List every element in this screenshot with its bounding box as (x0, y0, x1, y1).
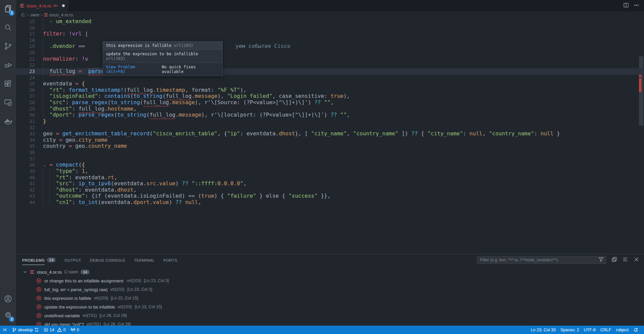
line-number: 21 (16, 56, 35, 62)
encoding-setting[interactable]: UTF-8 (581, 326, 598, 334)
code-line-42[interactable]: 42 "dhost": eventdata.dhost, (16, 187, 644, 193)
code-line-29[interactable]: 29 "dhost": full_log.hostname, (16, 106, 644, 112)
problem-row[interactable]: full_log, err = parse_syslog(.raw) vrl(1… (16, 285, 644, 294)
warning-icon (57, 327, 62, 332)
code-line-43[interactable]: 43 "outcome": {if (eventdata.isLoginFail… (16, 193, 644, 199)
remote-indicator[interactable] (0, 326, 10, 334)
funnel-icon[interactable] (598, 257, 604, 263)
code-line-16[interactable]: 16 (16, 25, 644, 31)
split-editor-icon[interactable] (623, 2, 629, 9)
line-number: 39 (16, 168, 35, 175)
explorer-badge: 1 (9, 10, 14, 16)
view-as-table-icon[interactable] (611, 257, 617, 264)
line-number: 16 (16, 25, 35, 31)
remote-icon (2, 327, 7, 332)
problem-location: [Ln 23, Col 15] (135, 305, 162, 309)
close-icon[interactable] (634, 257, 639, 264)
breadcrumb-file[interactable]: cisco_4.nr.ro (49, 13, 73, 17)
problem-row[interactable]: update the expression to be infallible v… (16, 303, 644, 311)
sync-icon (34, 327, 39, 332)
editor-code[interactable]: this expression is fallible vrl(103) upd… (16, 18, 644, 254)
problem-row[interactable]: this expression is fallible vrl(103) [Ln… (16, 294, 644, 303)
problem-source: vrl(103) (94, 296, 108, 300)
tab-error-count: 9+ (54, 4, 58, 8)
sidebar-item-run-debug[interactable] (0, 58, 16, 74)
settings-button[interactable]: 1 (0, 308, 16, 324)
tab-cisco-4-nr-ro[interactable]: cisco_4.nr.ro 9+ (16, 0, 69, 11)
accounts-button[interactable] (0, 291, 16, 308)
line-number: 22 (16, 62, 35, 68)
modified-indicator-dot[interactable] (62, 4, 65, 7)
problem-source: vrl(103) (110, 287, 124, 292)
code-line-32[interactable]: 32 (16, 125, 644, 131)
ports-indicator[interactable]: 0 (68, 326, 82, 334)
code-line-35[interactable]: 35country = geo.country_name (16, 143, 644, 149)
diagnostic-hover-tooltip: this expression is fallible vrl(103) upd… (103, 41, 223, 76)
tab-terminal[interactable]: TERMINAL (134, 255, 155, 265)
language-mode[interactable]: robject (613, 326, 631, 334)
problem-message: undefined variable (44, 313, 80, 318)
problems-file-row[interactable]: cisco_4.nr.ro C:\siem 14 (16, 268, 644, 276)
breadcrumb-drive[interactable]: C: (21, 13, 26, 17)
eol-setting[interactable]: CRLF (598, 326, 614, 334)
code-line-31[interactable]: 31} (16, 118, 644, 125)
sidebar-item-search[interactable] (0, 20, 16, 36)
code-line-15[interactable]: 15 - um_extended (16, 18, 644, 25)
sidebar-item-extensions[interactable] (0, 76, 16, 92)
code-line-30[interactable]: 30 "dport": parse_regex(to_string(full_l… (16, 112, 644, 118)
problems-file-path: C:\siem (64, 270, 78, 274)
code-line-44[interactable]: 44 "cn1": to_int(eventdata.dport.value) … (16, 199, 644, 206)
line-number: 18 (16, 37, 35, 44)
tab-ports[interactable]: PORTS (163, 255, 177, 265)
problem-source: vrl(701) (87, 322, 101, 326)
code-line-27[interactable]: 27 "isLoginFailed": contains(to_string(f… (16, 93, 644, 99)
code-line-25[interactable]: 25eventdata = { (16, 81, 644, 87)
ellipsis-icon[interactable] (634, 2, 639, 9)
tab-problems[interactable]: PROBLEMS (22, 255, 45, 265)
indentation-setting[interactable]: Spaces: 2 (558, 326, 582, 334)
branch-indicator[interactable]: develop (10, 326, 41, 334)
sidebar-item-remote-explorer[interactable] (0, 95, 16, 111)
line-number: 31 (16, 118, 35, 125)
sidebar-item-source-control[interactable] (0, 39, 16, 55)
problem-row[interactable]: or change this to an infallible assignme… (16, 276, 644, 285)
docker-icon (4, 117, 12, 127)
problem-row[interactable]: did you mean "null"? vrl(701) [Ln 26, Co… (16, 320, 644, 326)
notifications-bell[interactable] (631, 326, 641, 334)
panel-tabs: PROBLEMS 14 OUTPUT DEBUG CONSOLE TERMINA… (22, 255, 177, 265)
cursor-position[interactable]: Ln 23, Col 33 (528, 326, 558, 334)
problem-row[interactable]: undefined variable vrl(701) [Ln 26, Col … (16, 311, 644, 320)
problem-location: [Ln 23, Col 3] (127, 287, 152, 292)
code-line-36[interactable]: 36 (16, 149, 644, 156)
sidebar-item-docker[interactable] (0, 114, 16, 130)
collapse-all-icon[interactable] (623, 257, 628, 264)
code-line-41[interactable]: 41 "src": ip_to_ipv6(eventdata.src.value… (16, 181, 644, 187)
yaml-file-icon (44, 13, 48, 16)
code-line-33[interactable]: 33geo = get_enrichment_table_record("cis… (16, 131, 644, 137)
yaml-file-icon (30, 270, 34, 274)
code-line-17[interactable]: 17filter: !vrl | (16, 31, 644, 37)
line-number: 26 (16, 87, 35, 93)
breadcrumb-folder[interactable]: siem (31, 13, 39, 17)
code-line-28[interactable]: 28 "src": parse_regex(to_string(full_log… (16, 99, 644, 106)
line-number: 41 (16, 181, 35, 187)
problems-indicator[interactable]: 14 0 (41, 326, 68, 334)
code-line-26[interactable]: 26 "rt": format_timestamp!(full_log.time… (16, 87, 644, 93)
tab-output[interactable]: OUTPUT (64, 255, 81, 265)
error-circle-icon (36, 304, 42, 310)
chevron-right-icon: › (41, 12, 42, 17)
code-line-40[interactable]: 40 "rt": eventdata.rt, (16, 175, 644, 181)
problems-filter-input[interactable] (480, 258, 598, 262)
code-line-34[interactable]: 34city = geo.city_name (16, 137, 644, 143)
view-problem-link[interactable]: View Problem (Alt+F8) (106, 65, 156, 74)
line-number: 17 (16, 31, 35, 37)
error-circle-icon (36, 322, 42, 326)
line-number: 27 (16, 93, 35, 99)
branch-icon (12, 327, 17, 332)
chevron-down-icon[interactable] (23, 270, 28, 274)
code-line-38[interactable]: 38. = compact({ (16, 162, 644, 168)
code-line-39[interactable]: 39 "type": 1, (16, 168, 644, 175)
code-line-37[interactable]: 37 (16, 156, 644, 162)
sidebar-item-explorer[interactable]: 1 (0, 1, 16, 17)
tab-debug-console[interactable]: DEBUG CONSOLE (90, 255, 125, 265)
